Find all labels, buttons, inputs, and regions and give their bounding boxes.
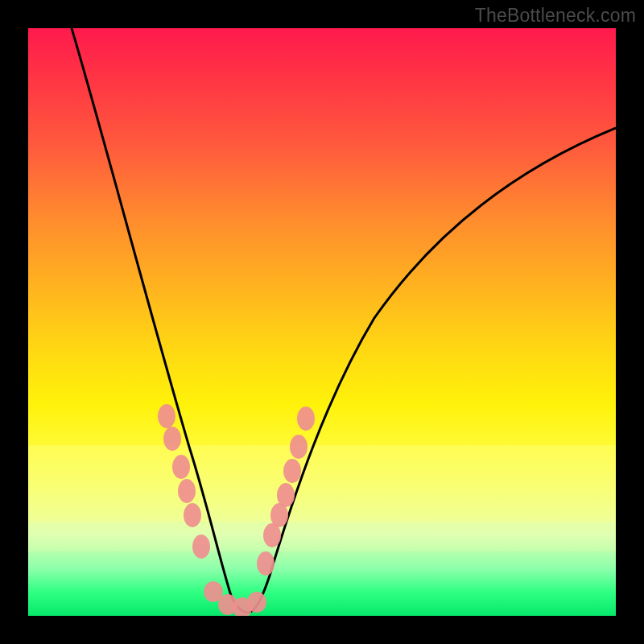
svg-point-15: [290, 435, 308, 459]
curve-layer: [28, 28, 616, 616]
svg-point-13: [277, 483, 295, 507]
svg-point-5: [192, 535, 210, 559]
watermark-text: TheBottleneck.com: [475, 5, 636, 27]
svg-point-14: [283, 459, 301, 483]
chart-frame: TheBottleneck.com: [0, 0, 644, 644]
bottleneck-curve: [69, 28, 616, 613]
plot-area: [28, 28, 616, 616]
svg-point-2: [172, 455, 190, 479]
svg-point-9: [247, 592, 266, 613]
svg-point-3: [178, 479, 196, 503]
svg-point-4: [184, 503, 201, 527]
svg-point-16: [297, 407, 315, 431]
marker-cluster-bottom: [204, 581, 266, 616]
svg-point-1: [163, 427, 181, 451]
marker-cluster-right: [257, 407, 315, 576]
svg-point-0: [158, 404, 175, 428]
svg-point-10: [257, 551, 275, 576]
